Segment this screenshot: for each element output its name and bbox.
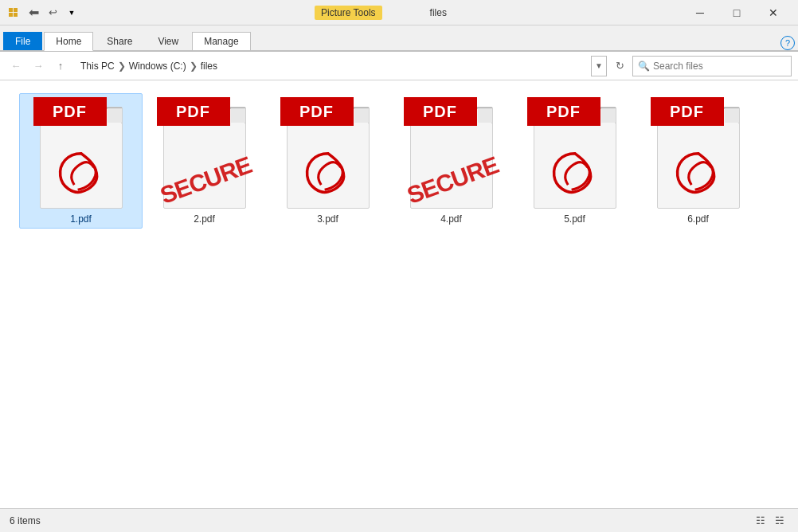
svg-rect-2 <box>9 13 13 17</box>
breadcrumb-folder[interactable]: files <box>201 61 217 72</box>
file-label: 1.pdf <box>70 213 92 225</box>
address-path[interactable]: This PC ❯ Windows (C:) ❯ files <box>73 56 588 76</box>
pdf-icon: PDF <box>527 97 623 209</box>
acrobat-logo-icon <box>300 147 356 202</box>
file-item[interactable]: PDFSECURE2.pdf <box>143 93 266 229</box>
search-input[interactable] <box>653 61 786 72</box>
refresh-button[interactable]: ↻ <box>610 57 629 76</box>
title-bar: ⬅ ↩ ▼ Picture Tools files ─ □ ✕ <box>0 0 798 25</box>
svg-rect-1 <box>14 8 18 12</box>
view-toggle: ☷ ☵ <box>752 512 788 530</box>
pdf-label: PDF <box>423 103 457 121</box>
address-bar: ← → ↑ This PC ❯ Windows (C:) ❯ files ▼ ↻… <box>0 52 798 80</box>
acrobat-logo-icon <box>53 147 109 202</box>
title-text: Picture Tools files <box>80 7 682 18</box>
item-count: 6 items <box>10 515 41 526</box>
tab-share[interactable]: Share <box>95 32 144 50</box>
file-area: PDF1.pdfPDFSECURE2.pdfPDF3.pdfPDFSECURE4… <box>0 80 798 508</box>
minimize-button[interactable]: ─ <box>682 0 718 25</box>
pdf-icon: PDFSECURE <box>404 97 499 209</box>
dropdown-icon[interactable]: ▼ <box>64 5 80 21</box>
forward-button[interactable]: → <box>29 57 48 76</box>
up-button[interactable]: ↑ <box>51 57 70 76</box>
file-item[interactable]: PDFSECURE4.pdf <box>389 93 513 229</box>
tab-file[interactable]: File <box>3 32 42 50</box>
breadcrumb-thispc[interactable]: This PC <box>80 61 115 72</box>
file-label: 4.pdf <box>440 213 462 225</box>
grid-view-button[interactable]: ☵ <box>771 512 788 530</box>
pdf-label: PDF <box>546 103 581 121</box>
maximize-button[interactable]: □ <box>718 0 755 25</box>
acrobat-logo-icon <box>547 147 603 202</box>
title-bar-icons: ⬅ ↩ ▼ <box>6 5 80 21</box>
svg-rect-3 <box>14 13 18 17</box>
main-area: PDF1.pdfPDFSECURE2.pdfPDF3.pdfPDFSECURE4… <box>0 80 798 508</box>
file-grid: PDF1.pdfPDFSECURE2.pdfPDF3.pdfPDFSECURE4… <box>19 93 779 229</box>
file-item[interactable]: PDF6.pdf <box>636 93 760 229</box>
filename-label: files <box>430 7 447 18</box>
ribbon-tabs: File Home Share View Manage ? <box>0 25 798 51</box>
file-item[interactable]: PDF1.pdf <box>19 93 143 229</box>
file-label: 2.pdf <box>194 213 215 225</box>
breadcrumb-drive[interactable]: Windows (C:) <box>129 61 186 72</box>
close-button[interactable]: ✕ <box>755 0 792 25</box>
file-item[interactable]: PDF3.pdf <box>266 93 389 229</box>
picture-tools-label: Picture Tools <box>315 7 381 18</box>
pdf-icon: PDFSECURE <box>157 97 252 209</box>
back-button[interactable]: ← <box>6 57 25 76</box>
acrobat-logo-icon <box>671 147 726 202</box>
help-button[interactable]: ? <box>780 36 795 50</box>
file-item[interactable]: PDF5.pdf <box>513 93 636 229</box>
file-label: 5.pdf <box>564 213 585 225</box>
tab-home[interactable]: Home <box>44 32 93 51</box>
pdf-label: PDF <box>670 103 704 121</box>
address-dropdown[interactable]: ▼ <box>591 56 607 76</box>
list-view-button[interactable]: ☷ <box>752 512 769 530</box>
file-label: 6.pdf <box>687 213 709 225</box>
back-icon: ⬅ <box>25 5 41 21</box>
pdf-label: PDF <box>53 103 87 121</box>
window-controls: ─ □ ✕ <box>682 0 792 25</box>
file-label: 3.pdf <box>317 213 338 225</box>
svg-rect-0 <box>9 8 13 12</box>
pdf-label: PDF <box>176 103 210 121</box>
pdf-icon: PDF <box>280 97 376 209</box>
pdf-icon: PDF <box>33 97 129 209</box>
pdf-label: PDF <box>299 103 334 121</box>
tab-manage[interactable]: Manage <box>192 32 250 50</box>
search-icon: 🔍 <box>638 61 650 72</box>
status-bar: 6 items ☷ ☵ <box>0 508 798 532</box>
ribbon: File Home Share View Manage ? <box>0 25 798 52</box>
quick-access-icon <box>6 5 22 21</box>
search-box[interactable]: 🔍 <box>632 56 792 76</box>
tab-view[interactable]: View <box>146 32 190 50</box>
pdf-icon: PDF <box>651 97 746 209</box>
undo-icon: ↩ <box>45 5 61 21</box>
